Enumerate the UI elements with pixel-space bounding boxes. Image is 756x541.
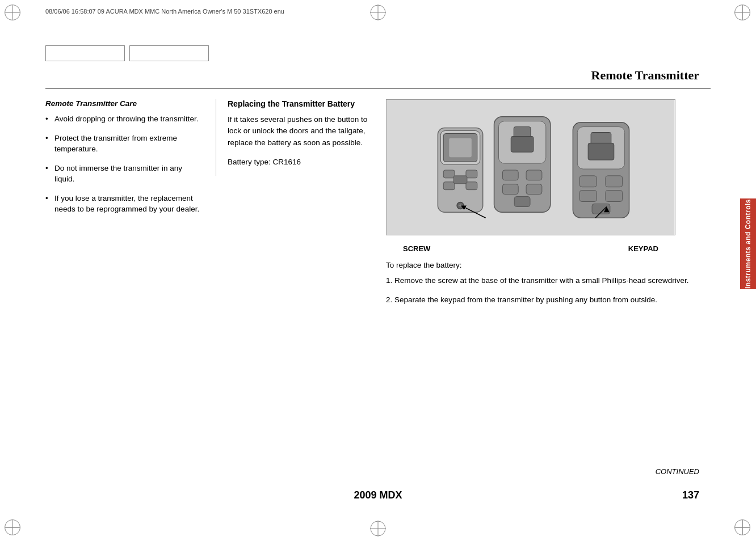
svg-rect-18 <box>453 176 467 184</box>
svg-rect-14 <box>443 170 455 178</box>
svg-rect-26 <box>502 184 518 195</box>
svg-rect-25 <box>526 170 542 180</box>
step-1: 1. Remove the screw at the base of the t… <box>386 275 704 286</box>
keypad-label: KEYPAD <box>628 244 658 253</box>
footer-model: 2009 MDX <box>354 489 402 501</box>
battery-type: Battery type: CR1616 <box>228 157 369 168</box>
sidebar-tab: Instruments and Controls <box>740 198 756 289</box>
bullet-item-1: Avoid dropping or throwing the transmitt… <box>45 113 204 125</box>
screw-label: SCREW <box>403 244 430 253</box>
footer-page-number: 137 <box>682 489 699 501</box>
bullet-item-2: Protect the transmitter from extreme tem… <box>45 133 204 155</box>
replace-intro: To replace the battery: <box>386 261 704 269</box>
svg-rect-33 <box>579 176 597 187</box>
svg-rect-24 <box>502 170 518 180</box>
svg-rect-28 <box>514 197 530 207</box>
svg-rect-32 <box>588 143 614 160</box>
center-cross-top <box>370 5 386 20</box>
svg-rect-15 <box>466 170 477 178</box>
center-cross-bottom <box>370 521 386 536</box>
bullet-list: Avoid dropping or throwing the transmitt… <box>45 113 204 215</box>
right-column: SCREW KEYPAD To replace the battery: 1. … <box>386 99 704 313</box>
transmitter-image <box>386 99 675 235</box>
svg-rect-36 <box>606 191 623 202</box>
step-2: 2. Separate the keypad from the transmit… <box>386 294 704 306</box>
svg-rect-34 <box>606 176 623 187</box>
header-tab-2 <box>129 45 209 61</box>
svg-rect-16 <box>443 182 455 190</box>
footer-continued: CONTINUED <box>656 467 699 476</box>
bullet-item-3: Do not immerse the transmitter in any li… <box>45 163 204 185</box>
svg-rect-23 <box>511 136 534 152</box>
corner-mark-tr <box>734 5 751 22</box>
corner-mark-bl <box>5 519 22 536</box>
steps-list: 1. Remove the screw at the base of the t… <box>386 275 704 305</box>
header-meta: 08/06/06 16:58:07 09 ACURA MDX MMC North… <box>45 8 284 15</box>
corner-mark-tl <box>5 5 22 22</box>
page-title: Remote Transmitter <box>591 68 699 83</box>
left-section-title: Remote Transmitter Care <box>45 99 204 108</box>
header-tabs <box>45 45 209 61</box>
svg-rect-17 <box>466 182 477 190</box>
middle-section-title: Replacing the Transmitter Battery <box>228 99 369 108</box>
page: 08/06/06 16:58:07 09 ACURA MDX MMC North… <box>0 0 756 541</box>
svg-rect-27 <box>526 184 542 195</box>
corner-mark-br <box>734 519 751 536</box>
divider-line <box>45 88 711 88</box>
header-tab-1 <box>45 45 125 61</box>
middle-body: If it takes several pushes on the button… <box>228 114 369 149</box>
bullet-item-4: If you lose a transmitter, the replaceme… <box>45 193 204 215</box>
image-labels: SCREW KEYPAD <box>386 244 675 253</box>
left-column: Remote Transmitter Care Avoid dropping o… <box>45 99 204 223</box>
middle-column: Replacing the Transmitter Battery If it … <box>216 99 369 176</box>
svg-rect-35 <box>579 191 597 202</box>
sidebar-label: Instruments and Controls <box>744 199 752 289</box>
svg-rect-10 <box>449 138 472 157</box>
